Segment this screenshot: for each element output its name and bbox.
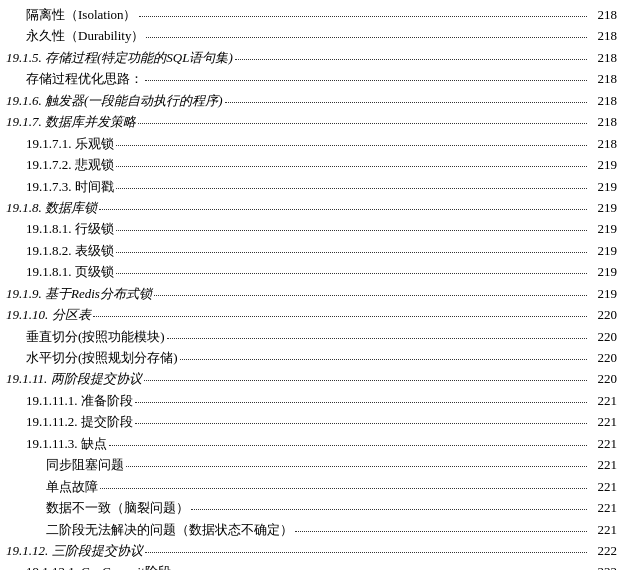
toc-dots (93, 316, 588, 317)
toc-row: 二阶段无法解决的问题（数据状态不确定）221 (6, 519, 617, 540)
toc-row: 19.1.5. 存储过程(特定功能的SQL语句集)218 (6, 47, 617, 68)
toc-page: 218 (589, 4, 617, 25)
toc-label: 单点故障 (6, 476, 98, 497)
toc-dots (116, 230, 587, 231)
toc-row: 单点故障221 (6, 476, 617, 497)
toc-label: 19.1.9. 基于Redis分布式锁 (6, 283, 152, 304)
toc-label: 二阶段无法解决的问题（数据状态不确定） (6, 519, 293, 540)
toc-row: 19.1.8. 数据库锁219 (6, 197, 617, 218)
toc-label: 19.1.11.2. 提交阶段 (6, 411, 133, 432)
toc-page: 218 (589, 68, 617, 89)
toc-dots (116, 252, 587, 253)
toc-page: 218 (589, 25, 617, 46)
toc-row: 19.1.12. 三阶段提交协议222 (6, 540, 617, 561)
toc-page: 221 (589, 497, 617, 518)
toc-page: 218 (589, 111, 617, 132)
toc-dots (180, 359, 587, 360)
toc-dots (99, 209, 587, 210)
toc-row: 永久性（Durability）218 (6, 25, 617, 46)
toc-label: 水平切分(按照规划分存储) (6, 347, 178, 368)
toc-row: 19.1.10. 分区表220 (6, 304, 617, 325)
toc-page: 219 (589, 197, 617, 218)
toc-row: 19.1.7.3. 时间戳219 (6, 176, 617, 197)
toc-dots (146, 37, 587, 38)
toc-dots (126, 466, 587, 467)
toc-row: 同步阻塞问题221 (6, 454, 617, 475)
toc-row: 数据不一致（脑裂问题）221 (6, 497, 617, 518)
toc-label: 19.1.7. 数据库并发策略 (6, 111, 136, 132)
toc-row: 隔离性（Isolation）218 (6, 4, 617, 25)
toc-page: 219 (589, 261, 617, 282)
toc-dots (235, 59, 587, 60)
toc-page: 219 (589, 154, 617, 175)
toc-dots (116, 273, 587, 274)
toc-row: 19.1.7.1. 乐观锁218 (6, 133, 617, 154)
toc-row: 19.1.11.1. 准备阶段221 (6, 390, 617, 411)
toc-dots (135, 402, 587, 403)
toc-page: 221 (589, 411, 617, 432)
toc-row: 垂直切分(按照功能模块)220 (6, 326, 617, 347)
toc-label: 19.1.8.2. 表级锁 (6, 240, 114, 261)
toc-label: 19.1.8.1. 行级锁 (6, 218, 114, 239)
toc-dots (167, 338, 587, 339)
toc-row: 19.1.7.2. 悲观锁219 (6, 154, 617, 175)
toc-label: 19.1.12. 三阶段提交协议 (6, 540, 143, 561)
toc-page: 218 (589, 90, 617, 111)
toc-row: 19.1.11. 两阶段提交协议220 (6, 368, 617, 389)
toc-container: 隔离性（Isolation）218永久性（Durability）21819.1.… (0, 0, 625, 570)
toc-row: 水平切分(按照规划分存储)220 (6, 347, 617, 368)
toc-label: 19.1.6. 触发器(一段能自动执行的程序) (6, 90, 223, 111)
toc-page: 220 (589, 326, 617, 347)
toc-label: 19.1.5. 存储过程(特定功能的SQL语句集) (6, 47, 233, 68)
toc-row: 19.1.8.1. 行级锁219 (6, 218, 617, 239)
toc-page: 221 (589, 476, 617, 497)
toc-row: 19.1.9. 基于Redis分布式锁219 (6, 283, 617, 304)
toc-page: 220 (589, 304, 617, 325)
toc-row: 19.1.8.2. 表级锁219 (6, 240, 617, 261)
toc-page: 219 (589, 176, 617, 197)
toc-page: 218 (589, 47, 617, 68)
toc-label: 19.1.7.2. 悲观锁 (6, 154, 114, 175)
toc-label: 同步阻塞问题 (6, 454, 124, 475)
toc-dots (135, 423, 587, 424)
toc-row: 19.1.11.3. 缺点221 (6, 433, 617, 454)
toc-row: 存储过程优化思路：218 (6, 68, 617, 89)
toc-label: 垂直切分(按照功能模块) (6, 326, 165, 347)
toc-page: 219 (589, 240, 617, 261)
toc-page: 218 (589, 133, 617, 154)
toc-label: 19.1.11.3. 缺点 (6, 433, 107, 454)
toc-label: 19.1.12.1. CanCommit阶段 (6, 561, 171, 570)
toc-dots (109, 445, 587, 446)
toc-dots (139, 16, 588, 17)
toc-dots (100, 488, 587, 489)
toc-row: 19.1.7. 数据库并发策略218 (6, 111, 617, 132)
toc-page: 219 (589, 218, 617, 239)
toc-row: 19.1.6. 触发器(一段能自动执行的程序)218 (6, 90, 617, 111)
toc-label: 19.1.11.1. 准备阶段 (6, 390, 133, 411)
toc-dots (225, 102, 587, 103)
toc-label: 19.1.8. 数据库锁 (6, 197, 97, 218)
toc-label: 19.1.7.3. 时间戳 (6, 176, 114, 197)
toc-page: 221 (589, 433, 617, 454)
toc-label: 数据不一致（脑裂问题） (6, 497, 189, 518)
toc-page: 221 (589, 519, 617, 540)
toc-page: 220 (589, 347, 617, 368)
toc-label: 永久性（Durability） (6, 25, 144, 46)
toc-page: 222 (589, 561, 617, 570)
toc-dots (154, 295, 587, 296)
toc-dots (138, 123, 587, 124)
toc-page: 219 (589, 283, 617, 304)
toc-page: 221 (589, 390, 617, 411)
toc-label: 19.1.10. 分区表 (6, 304, 91, 325)
toc-dots (191, 509, 587, 510)
toc-label: 19.1.7.1. 乐观锁 (6, 133, 114, 154)
toc-row: 19.1.8.1. 页级锁219 (6, 261, 617, 282)
toc-label: 存储过程优化思路： (6, 68, 143, 89)
toc-label: 19.1.11. 两阶段提交协议 (6, 368, 142, 389)
toc-dots (145, 552, 588, 553)
toc-page: 222 (589, 540, 617, 561)
toc-row: 19.1.12.1. CanCommit阶段222 (6, 561, 617, 570)
toc-dots (116, 166, 587, 167)
toc-label: 隔离性（Isolation） (6, 4, 137, 25)
toc-dots (116, 188, 587, 189)
